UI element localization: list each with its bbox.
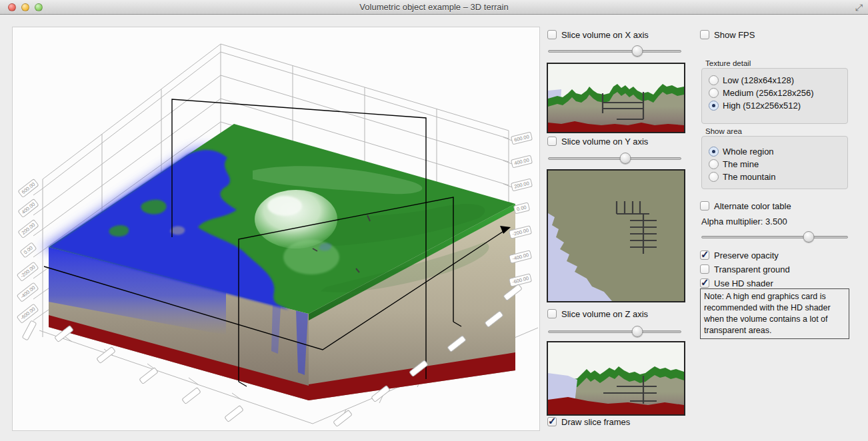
terrain-3d-view[interactable]: 600.00 400.00 200.00 0.00 -200.00 -400.0… [12, 27, 540, 431]
checkbox-label: Slice volume on X axis [561, 30, 649, 40]
checkbox-box[interactable]: ✓ [547, 30, 557, 39]
terrain-volume [49, 124, 515, 400]
slider-track[interactable] [701, 236, 848, 238]
checkbox-label: Use HD shader [714, 278, 773, 288]
checkbox-box[interactable]: ✓ [700, 201, 709, 211]
transparent-ground-checkbox[interactable]: ✓ Transparent ground [700, 264, 790, 274]
slider-track[interactable] [548, 157, 681, 160]
use-hd-shader-checkbox[interactable]: ✓ Use HD shader [700, 278, 773, 288]
checkbox-box[interactable]: ✓ [700, 30, 709, 39]
checkbox-box[interactable]: ✓ [547, 137, 557, 146]
slider-thumb[interactable] [803, 231, 814, 242]
radio-label: The mine [723, 159, 759, 169]
slice-x-slider[interactable] [548, 45, 681, 57]
slice-y-preview [547, 169, 685, 302]
radio-button[interactable] [709, 88, 719, 98]
radio-button[interactable] [709, 159, 719, 169]
checkbox-label: Alternate color table [714, 201, 791, 211]
checkbox-box[interactable]: ✓ [700, 278, 709, 288]
fullscreen-icon[interactable]: ⤢ [855, 2, 863, 13]
show-area-group-label: Show area [705, 127, 742, 135]
checkbox-label: Transparent ground [714, 264, 790, 274]
radio-button[interactable] [709, 75, 719, 85]
checkbox-label: Slice volume on Y axis [561, 137, 648, 147]
window-title: Volumetric object example – 3D terrain [0, 0, 868, 15]
radio-button[interactable] [709, 172, 719, 182]
radio-texture-medium[interactable]: Medium (256x128x256) [709, 87, 814, 98]
title-bar[interactable]: Volumetric object example – 3D terrain ⤢ [0, 0, 868, 15]
slider-thumb[interactable] [632, 45, 643, 57]
checkbox-label: Show FPS [714, 30, 755, 40]
radio-label: The mountain [723, 172, 776, 182]
terrain-3d-canvas [13, 27, 541, 432]
slice-z-checkbox[interactable]: ✓ Slice volume on Z axis [547, 308, 648, 319]
radio-the-mine[interactable]: The mine [709, 159, 759, 169]
radio-label: High (512x256x512) [723, 101, 801, 111]
radio-label: Medium (256x128x256) [723, 88, 814, 98]
slice-z-preview [547, 341, 685, 416]
checkbox-label: Draw slice frames [561, 417, 630, 427]
texture-detail-group-label: Texture detail [705, 59, 751, 67]
radio-texture-low[interactable]: Low (128x64x128) [709, 75, 794, 85]
checkbox-box[interactable]: ✓ [547, 309, 557, 318]
radio-whole-region[interactable]: Whole region [709, 146, 774, 157]
slider-thumb[interactable] [620, 153, 631, 164]
radio-label: Whole region [723, 147, 774, 157]
draw-slice-frames-checkbox[interactable]: ✓ Draw slice frames [547, 416, 630, 427]
hd-shader-note: Note: A high end graphics card is recomm… [700, 288, 849, 339]
radio-label: Low (128x64x128) [723, 75, 794, 85]
checkbox-label: Preserve opacity [714, 250, 779, 260]
slider-thumb[interactable] [632, 326, 643, 337]
radio-button[interactable] [709, 101, 719, 111]
radio-the-mountain[interactable]: The mountain [709, 171, 776, 182]
slice-y-slider[interactable] [548, 153, 681, 165]
radio-button[interactable] [709, 147, 719, 157]
slider-track[interactable] [548, 330, 681, 333]
show-fps-checkbox[interactable]: ✓ Show FPS [700, 29, 755, 40]
slice-x-preview [547, 63, 685, 133]
slice-z-slider[interactable] [548, 326, 681, 338]
slice-x-checkbox[interactable]: ✓ Slice volume on X axis [547, 29, 649, 40]
preserve-opacity-checkbox[interactable]: ✓ Preserve opacity [700, 250, 779, 260]
checkbox-box[interactable]: ✓ [547, 417, 557, 426]
app-window: Volumetric object example – 3D terrain ⤢ [0, 0, 868, 441]
slice-y-checkbox[interactable]: ✓ Slice volume on Y axis [547, 136, 648, 147]
checkbox-label: Slice volume on Z axis [561, 309, 648, 319]
slider-track[interactable] [548, 50, 681, 53]
checkbox-box[interactable]: ✓ [700, 250, 709, 260]
alpha-multiplier-label: Alpha multiplier: 3.500 [701, 217, 787, 226]
alternate-color-table-checkbox[interactable]: ✓ Alternate color table [700, 201, 791, 211]
alpha-multiplier-slider[interactable] [701, 231, 848, 243]
checkbox-box[interactable]: ✓ [700, 264, 709, 274]
radio-texture-high[interactable]: High (512x256x512) [709, 100, 801, 111]
